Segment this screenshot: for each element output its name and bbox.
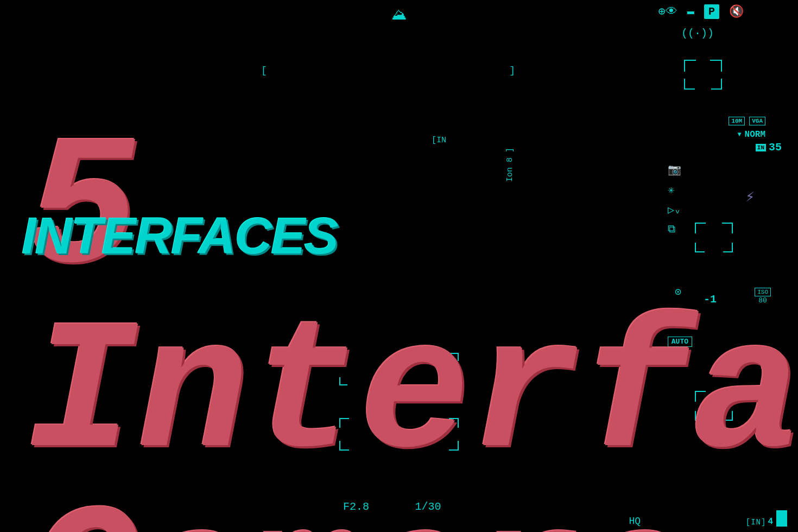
mute-icon: 🔇 [729, 4, 744, 19]
logo-number: 5 Interfaces Camera HUD [27, 119, 798, 532]
mode-p-badge[interactable]: P [704, 4, 719, 19]
wifi-signal-icon: ((·)) [681, 27, 714, 40]
focus-bracket-top-center: [ ] [261, 65, 537, 76]
top-status-icons: ⊕👁 ▬ P 🔇 [658, 4, 744, 19]
scene-mode-icon: ⛰ [391, 5, 407, 24]
logo-area: 5 Interfaces Camera HUD INTERFACES [16, 109, 331, 369]
eye-redeye-icon: ⊕👁 [658, 4, 677, 19]
focus-bracket-top-right [684, 60, 722, 90]
battery-icon: ▬ [687, 5, 694, 18]
camera-viewfinder: ⛰ ⊕👁 ▬ P 🔇 ((·)) [ ] 5 Interfaces Camera… [0, 0, 798, 532]
logo-text: INTERFACES [22, 206, 338, 265]
